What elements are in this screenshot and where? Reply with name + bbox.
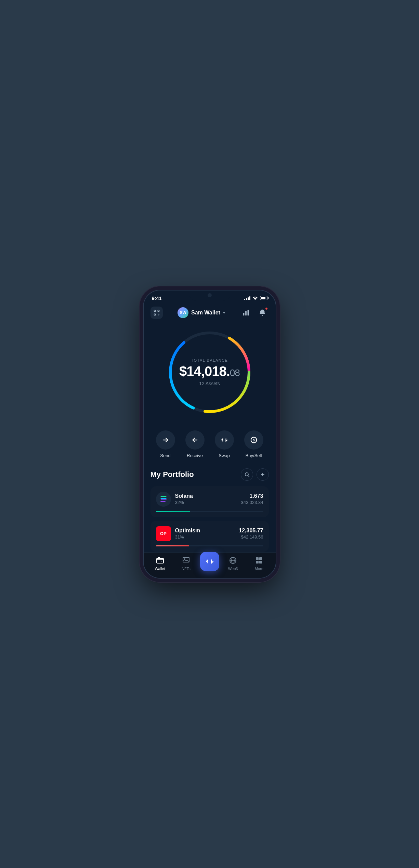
optimism-pct: 31% bbox=[175, 534, 235, 540]
optimism-icon-text: OP bbox=[160, 531, 167, 536]
balance-assets: 12 Assets bbox=[179, 381, 240, 386]
header-actions bbox=[240, 307, 269, 319]
swap-center-icon bbox=[205, 557, 214, 566]
wallet-nav-label: Wallet bbox=[155, 567, 165, 571]
solana-pct: 32% bbox=[175, 500, 237, 505]
portfolio-add-button[interactable] bbox=[257, 468, 269, 481]
nav-more[interactable]: More bbox=[246, 556, 272, 571]
nav-nfts[interactable]: NFTs bbox=[173, 556, 199, 571]
svg-point-14 bbox=[245, 472, 248, 476]
nfts-nav-label: NFTs bbox=[182, 567, 191, 571]
chart-button[interactable] bbox=[240, 307, 252, 319]
svg-rect-19 bbox=[158, 557, 160, 558]
svg-rect-5 bbox=[248, 310, 249, 315]
balance-label: TOTAL BALANCE bbox=[179, 358, 240, 362]
solana-asset-card[interactable]: Solana 32% 1.673 $43,023.34 bbox=[150, 486, 269, 517]
svg-rect-1 bbox=[158, 310, 159, 311]
screen: 9:41 bbox=[144, 290, 276, 578]
bell-icon bbox=[259, 309, 266, 316]
svg-line-15 bbox=[248, 476, 249, 477]
svg-rect-27 bbox=[256, 561, 259, 563]
buy-sell-icon: $ bbox=[250, 436, 258, 444]
portfolio-actions bbox=[241, 468, 269, 481]
buy-sell-label: Buy/Sell bbox=[246, 453, 262, 458]
svg-text:$: $ bbox=[253, 438, 254, 442]
action-buttons: Send Receive Swap bbox=[144, 424, 276, 468]
receive-label: Receive bbox=[187, 453, 203, 458]
signal-bars-icon bbox=[244, 296, 250, 300]
solana-logo bbox=[156, 492, 171, 507]
app-header: SW Sam Wallet ▾ bbox=[144, 304, 276, 324]
notch bbox=[189, 290, 230, 301]
solana-icon bbox=[159, 494, 168, 504]
nfts-icon bbox=[182, 556, 190, 565]
optimism-amount: 12,305.77 bbox=[239, 528, 263, 534]
optimism-logo: OP bbox=[156, 526, 171, 541]
svg-rect-26 bbox=[259, 557, 262, 560]
swap-button[interactable]: Swap bbox=[215, 430, 234, 458]
svg-rect-2 bbox=[154, 314, 155, 315]
wallet-name: Sam Wallet bbox=[191, 310, 220, 316]
portfolio-search-button[interactable] bbox=[241, 468, 253, 481]
svg-rect-20 bbox=[183, 557, 189, 562]
portfolio-section: My Portfolio bbox=[144, 468, 276, 552]
nav-wallet[interactable]: Wallet bbox=[147, 556, 173, 571]
swap-center-button[interactable] bbox=[200, 552, 219, 571]
balance-circle: TOTAL BALANCE $14,018.08 12 Assets bbox=[165, 328, 254, 417]
solana-name: Solana bbox=[175, 493, 237, 499]
svg-rect-18 bbox=[157, 558, 163, 563]
optimism-name: Optimism bbox=[175, 528, 235, 534]
solana-amount: 1.673 bbox=[241, 493, 263, 499]
notification-badge bbox=[265, 307, 268, 310]
optimism-progress-bar bbox=[156, 545, 263, 546]
web3-nav-label: Web3 bbox=[228, 567, 238, 571]
wallet-icon bbox=[156, 556, 164, 565]
receive-icon bbox=[191, 436, 199, 444]
swap-label: Swap bbox=[219, 453, 230, 458]
nav-center[interactable] bbox=[199, 555, 220, 571]
send-button[interactable]: Send bbox=[156, 430, 175, 458]
chart-icon bbox=[242, 309, 250, 316]
bottom-navigation: Wallet NFTs bbox=[144, 552, 276, 578]
svg-rect-25 bbox=[256, 557, 259, 560]
nav-web3[interactable]: Web3 bbox=[220, 556, 246, 571]
balance-amount: $14,018.08 bbox=[179, 364, 240, 378]
svg-rect-28 bbox=[259, 561, 262, 563]
portfolio-header: My Portfolio bbox=[150, 468, 269, 481]
svg-rect-4 bbox=[246, 311, 247, 315]
add-icon bbox=[260, 472, 265, 477]
receive-button[interactable]: Receive bbox=[185, 430, 205, 458]
send-label: Send bbox=[160, 453, 170, 458]
search-icon bbox=[244, 472, 250, 477]
wallet-selector[interactable]: SW Sam Wallet ▾ bbox=[178, 307, 225, 318]
more-icon bbox=[255, 556, 263, 565]
avatar: SW bbox=[178, 307, 188, 318]
battery-icon bbox=[260, 296, 267, 300]
solana-progress-bar bbox=[156, 511, 263, 512]
chevron-down-icon: ▾ bbox=[223, 310, 225, 315]
more-nav-label: More bbox=[255, 567, 263, 571]
status-icons bbox=[244, 296, 267, 300]
wifi-icon bbox=[252, 296, 258, 300]
buy-sell-button[interactable]: $ Buy/Sell bbox=[244, 430, 263, 458]
scan-button[interactable] bbox=[150, 307, 163, 319]
status-time: 9:41 bbox=[152, 295, 162, 301]
phone-frame: 9:41 bbox=[143, 290, 276, 579]
solana-usd: $43,023.34 bbox=[241, 500, 263, 505]
balance-section: TOTAL BALANCE $14,018.08 12 Assets bbox=[144, 324, 276, 424]
web3-icon bbox=[229, 556, 237, 565]
svg-rect-3 bbox=[243, 313, 245, 315]
bell-button[interactable] bbox=[256, 307, 269, 319]
portfolio-title: My Portfolio bbox=[150, 470, 194, 479]
scan-icon bbox=[153, 309, 160, 316]
swap-icon bbox=[221, 436, 228, 444]
svg-rect-0 bbox=[154, 310, 155, 311]
optimism-usd: $42,149.56 bbox=[239, 534, 263, 540]
optimism-asset-card[interactable]: OP Optimism 31% 12,305.77 $42,149.56 bbox=[150, 521, 269, 552]
send-icon bbox=[162, 436, 169, 444]
balance-info: TOTAL BALANCE $14,018.08 12 Assets bbox=[179, 358, 240, 386]
